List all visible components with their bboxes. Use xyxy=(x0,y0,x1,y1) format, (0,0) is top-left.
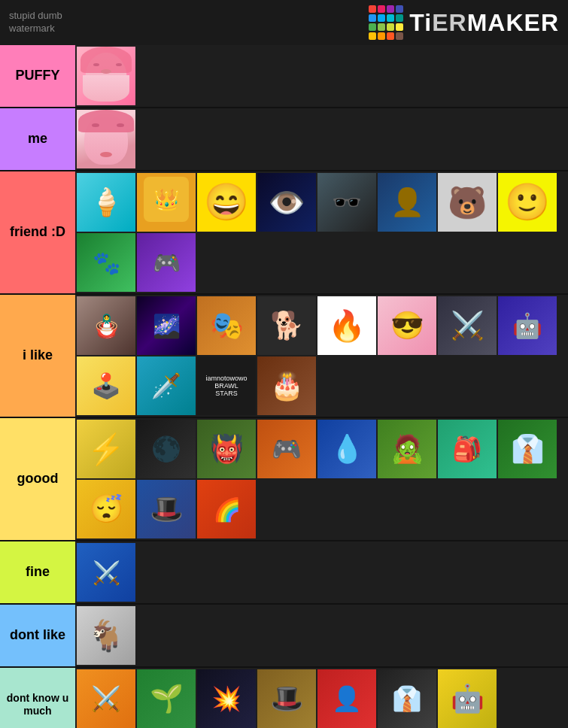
list-item: ⚔️ xyxy=(77,669,135,728)
list-item: ⚡ xyxy=(77,420,135,478)
tier-row-dontlike: dont like 🐐 xyxy=(0,605,568,668)
tier-list: PUFFY me xyxy=(0,45,568,728)
tier-label-fine: fine xyxy=(0,541,75,603)
tiermaker-logo: TiERMAKER xyxy=(369,5,559,40)
tier-row-goood: goood ⚡ 🌑 👹 🎮 xyxy=(0,418,568,541)
tier-row-fine: fine ⚔️ xyxy=(0,541,568,605)
list-item: 👑 xyxy=(137,173,196,232)
list-item: 🙂 xyxy=(498,173,557,232)
tier-row-ilike: i like 🪆 🌌 🎭 🐕 xyxy=(0,295,568,418)
tier-label-goood: goood xyxy=(0,418,75,540)
list-item: 🎮 xyxy=(137,233,196,292)
list-item: 👤 xyxy=(378,173,436,232)
list-item: 🤖 xyxy=(498,296,557,355)
list-item: 🐕 xyxy=(257,296,316,355)
tier-label-dontlike: dont like xyxy=(0,605,75,666)
list-item: 💧 xyxy=(317,420,376,478)
list-item: 🗡️ xyxy=(137,356,196,415)
tier-items-ilike: 🪆 🌌 🎭 🐕 🔥 xyxy=(75,295,568,417)
tier-label-puffy: PUFFY xyxy=(0,45,75,107)
logo-grid xyxy=(369,5,403,40)
tier-label-ilike: i like xyxy=(0,295,75,417)
list-item: 🧟 xyxy=(378,420,436,478)
list-item: iamnotowowoBRAWLSTARS xyxy=(197,356,256,415)
list-item: 😄 xyxy=(197,173,256,232)
list-item: ⚔️ xyxy=(77,543,135,602)
tier-items-dontlike: 🐐 xyxy=(75,605,568,666)
list-item: 🎮 xyxy=(257,420,316,478)
list-item: 🕹️ xyxy=(77,356,135,415)
list-item: ⚔️ xyxy=(438,296,497,355)
tier-row-friend: friend :D 🍦 👑 😄 xyxy=(0,171,568,295)
list-item: 👔 xyxy=(378,669,436,728)
tier-row-me: me xyxy=(0,108,568,171)
list-item: 🎂 xyxy=(257,356,316,415)
list-item: 🤖 xyxy=(438,669,497,728)
header: stupid dumbwatermark TiERMAKER xyxy=(0,0,568,45)
list-item: 🌱 xyxy=(137,669,196,728)
list-item: 🎒 xyxy=(438,420,497,478)
list-item: 🐻 xyxy=(438,173,497,232)
list-item xyxy=(77,110,135,168)
list-item: 🍦 xyxy=(77,173,135,232)
tier-label-dontknow: dont know u much xyxy=(0,668,75,728)
watermark-text: stupid dumbwatermark xyxy=(9,10,62,35)
list-item xyxy=(77,47,135,105)
tier-items-dontknow: ⚔️ 🌱 💥 🎩 👤 xyxy=(75,668,568,728)
list-item: 👤 xyxy=(317,669,376,728)
tier-items-friend: 🍦 👑 😄 👁️ xyxy=(75,171,568,293)
list-item: 👁️ xyxy=(257,173,316,232)
list-item: 🎩 xyxy=(137,480,196,538)
tier-label-me: me xyxy=(0,108,75,170)
list-item: 🐾 xyxy=(77,233,135,292)
tier-items-goood: ⚡ 🌑 👹 🎮 💧 xyxy=(75,418,568,540)
list-item: 🌌 xyxy=(137,296,196,355)
list-item: 🔥 xyxy=(317,296,376,355)
list-item: 😎 xyxy=(378,296,436,355)
tier-row-puffy: PUFFY xyxy=(0,45,568,108)
list-item: 🎩 xyxy=(257,669,316,728)
list-item: 🪆 xyxy=(77,296,135,355)
list-item: 🌑 xyxy=(137,420,196,478)
list-item: 👔 xyxy=(498,420,557,478)
logo-text: TiERMAKER xyxy=(409,9,559,37)
tier-row-dontknow: dont know u much ⚔️ 🌱 💥 🎩 xyxy=(0,668,568,728)
tier-items-puffy xyxy=(75,45,568,107)
list-item: 🕶️ xyxy=(317,173,376,232)
tier-label-friend: friend :D xyxy=(0,171,75,293)
tier-items-me xyxy=(75,108,568,170)
list-item: 🌈 xyxy=(197,480,256,538)
list-item: 🎭 xyxy=(197,296,256,355)
list-item: 💥 xyxy=(197,669,256,728)
tier-items-fine: ⚔️ xyxy=(75,541,568,603)
list-item: 😴 xyxy=(77,480,135,538)
list-item: 👹 xyxy=(197,420,256,478)
list-item: 🐐 xyxy=(77,606,135,665)
